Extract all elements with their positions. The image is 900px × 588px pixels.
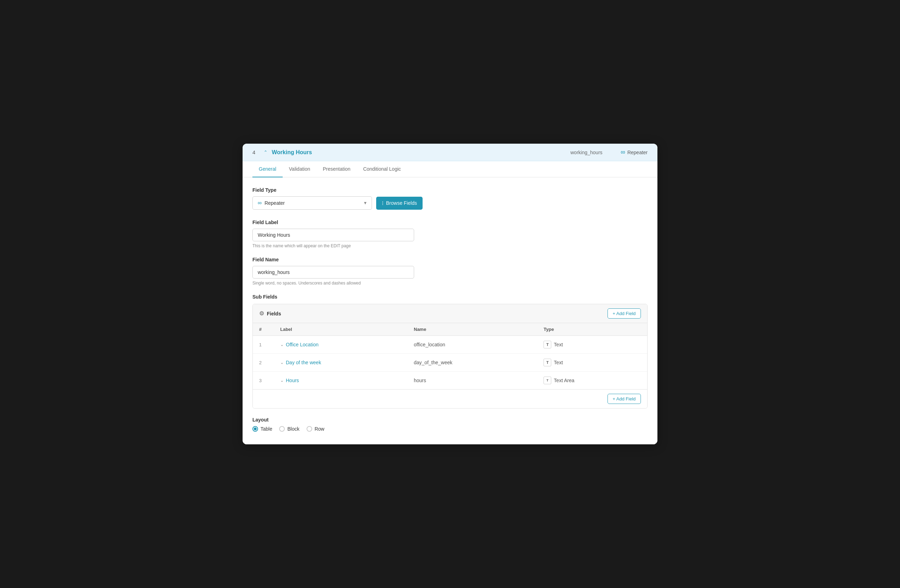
row-num: 1 <box>253 336 274 354</box>
field-label-input[interactable] <box>253 229 414 241</box>
tab-conditional-logic[interactable]: Conditional Logic <box>357 161 407 177</box>
sub-fields-group: Sub Fields ⚙ Fields + Add Field # <box>253 294 647 409</box>
field-type-badge: ∞ Repeater <box>621 149 647 156</box>
layout-option-row[interactable]: Row <box>307 426 324 432</box>
table-row: 3 ⌄ Hours hours T Text Area <box>253 371 647 390</box>
row-name-cell: day_of_the_week <box>408 354 537 371</box>
add-field-bottom-label: + Add Field <box>613 396 636 401</box>
row-label-link[interactable]: Day of the week <box>286 360 321 365</box>
row-chevron-icon[interactable]: ⌄ <box>280 360 284 365</box>
row-type-cell: T Text <box>537 354 647 371</box>
radio-label: Table <box>261 426 272 432</box>
browse-fields-button[interactable]: ⁝ Browse Fields <box>376 197 422 210</box>
repeater-icon: ∞ <box>258 200 262 206</box>
fields-panel-title: Fields <box>267 311 281 316</box>
row-num: 2 <box>253 354 274 371</box>
field-name-hint: Single word, no spaces. Underscores and … <box>253 281 647 286</box>
row-label-cell: ⌄ Hours <box>274 371 408 390</box>
col-header-label: Label <box>274 323 408 336</box>
field-name-input[interactable] <box>253 266 414 279</box>
radio-circle <box>307 426 312 432</box>
table-row: 1 ⌄ Office Location office_location T Te… <box>253 336 647 354</box>
field-key: working_hours <box>571 150 602 155</box>
sub-fields-title: ⚙ Fields <box>259 310 281 317</box>
tab-general[interactable]: General <box>253 161 282 177</box>
row-name-cell: office_location <box>408 336 537 354</box>
tab-presentation[interactable]: Presentation <box>317 161 357 177</box>
main-card: 4 ⌃ Working Hours working_hours ∞ Repeat… <box>242 144 658 444</box>
layout-option-block[interactable]: Block <box>279 426 299 432</box>
layout-label: Layout <box>253 417 647 422</box>
sub-fields-footer: + Add Field <box>253 389 647 408</box>
row-chevron-icon[interactable]: ⌄ <box>280 342 284 347</box>
col-header-num: # <box>253 323 274 336</box>
sub-fields-label: Sub Fields <box>253 294 647 300</box>
sub-fields-header: ⚙ Fields + Add Field <box>253 304 647 323</box>
header-field-type: Repeater <box>627 150 647 155</box>
browse-fields-label: Browse Fields <box>386 200 417 206</box>
type-icon: T <box>543 341 551 348</box>
sub-fields-box: ⚙ Fields + Add Field # Label Name Type <box>253 304 647 409</box>
field-name-section-label: Field Name <box>253 257 647 262</box>
radio-circle <box>253 426 258 432</box>
field-type-group: Field Type ∞ Repeater ▼ ⁝ Browse Fields <box>253 187 647 210</box>
sub-fields-table: # Label Name Type 1 ⌄ Office Location of… <box>253 323 647 389</box>
grid-icon: ⁝ <box>382 200 383 207</box>
col-header-type: Type <box>537 323 647 336</box>
content-area: Field Type ∞ Repeater ▼ ⁝ Browse Fields … <box>242 177 658 444</box>
selected-type-label: Repeater <box>264 200 285 206</box>
type-icon: T <box>543 359 551 366</box>
row-chevron-icon[interactable]: ⌄ <box>280 378 284 383</box>
row-num: 3 <box>253 371 274 390</box>
layout-options: Table Block Row <box>253 426 647 432</box>
row-label-cell: ⌄ Day of the week <box>274 354 408 371</box>
radio-label: Row <box>315 426 324 432</box>
type-icon: T <box>543 376 551 384</box>
row-name-cell: hours <box>408 371 537 390</box>
layout-option-table[interactable]: Table <box>253 426 272 432</box>
add-field-button-bottom[interactable]: + Add Field <box>607 394 641 404</box>
row-label-cell: ⌄ Office Location <box>274 336 408 354</box>
table-header-row: # Label Name Type <box>253 323 647 336</box>
field-type-row: ∞ Repeater ▼ ⁝ Browse Fields <box>253 197 647 210</box>
row-label-link[interactable]: Office Location <box>286 342 318 347</box>
radio-label: Block <box>287 426 299 432</box>
collapse-icon[interactable]: ⌃ <box>264 150 267 155</box>
radio-circle <box>279 426 285 432</box>
layout-section: Layout Table Block Row <box>253 417 647 432</box>
add-field-button-top[interactable]: + Add Field <box>607 308 641 319</box>
type-label: Text Area <box>554 378 574 383</box>
table-row: 2 ⌄ Day of the week day_of_the_week T Te… <box>253 354 647 371</box>
field-type-select[interactable]: ∞ Repeater ▼ <box>253 197 372 210</box>
field-type-label: Field Type <box>253 187 647 193</box>
type-label: Text <box>554 342 563 347</box>
row-label-link[interactable]: Hours <box>286 378 299 383</box>
chevron-down-icon: ▼ <box>363 201 368 206</box>
field-label-group: Field Label This is the name which will … <box>253 220 647 248</box>
field-header: 4 ⌃ Working Hours working_hours ∞ Repeat… <box>242 144 658 161</box>
tab-validation[interactable]: Validation <box>282 161 317 177</box>
field-label-section-label: Field Label <box>253 220 647 225</box>
field-number: 4 <box>253 149 259 155</box>
row-type-cell: T Text Area <box>537 371 647 390</box>
col-header-name: Name <box>408 323 537 336</box>
infinity-icon: ∞ <box>621 149 625 156</box>
type-label: Text <box>554 360 563 365</box>
tabs-bar: General Validation Presentation Conditio… <box>242 161 658 177</box>
field-label-hint: This is the name which will appear on th… <box>253 243 647 248</box>
field-title: Working Hours <box>272 149 566 156</box>
row-type-cell: T Text <box>537 336 647 354</box>
add-field-top-label: + Add Field <box>613 311 636 316</box>
field-name-group: Field Name Single word, no spaces. Under… <box>253 257 647 286</box>
gear-icon: ⚙ <box>259 310 264 317</box>
